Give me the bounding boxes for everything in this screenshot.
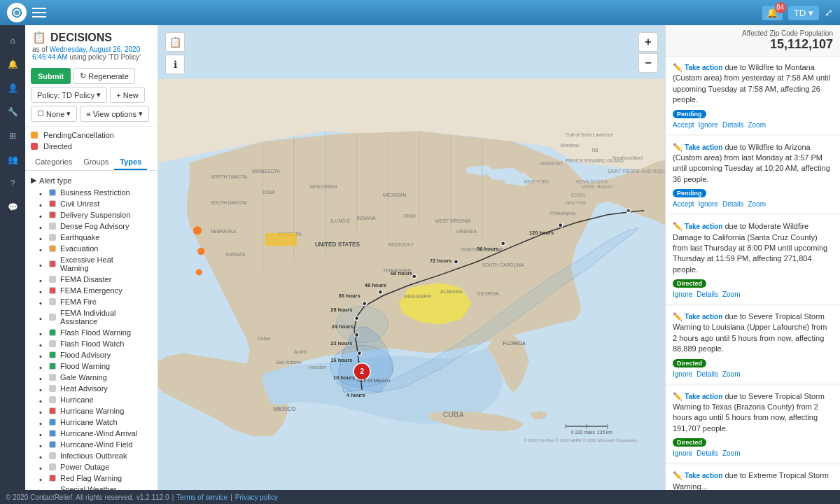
type-item[interactable]: • Civil Unrest <box>25 198 158 209</box>
type-item[interactable]: • Hurricane-Wind Field <box>25 439 158 450</box>
type-item[interactable]: • Red Flag Warning <box>25 472 158 484</box>
action-link-zoom[interactable]: Zoom <box>722 290 741 298</box>
privacy-link[interactable]: Privacy policy <box>235 493 278 501</box>
type-item[interactable]: • Hurricane <box>25 394 158 405</box>
regenerate-button[interactable]: ↻ Regenerate <box>74 68 135 84</box>
svg-text:KANSAS: KANSAS <box>226 253 246 258</box>
type-color-dot <box>49 200 56 207</box>
action-link-zoom[interactable]: Zoom <box>722 449 741 457</box>
map-area[interactable]: 2 4 hours 10 hours 16 hours 22 hours 24 … <box>158 25 665 490</box>
user-menu-button[interactable]: TD ▾ <box>788 6 819 20</box>
hamburger-icon[interactable] <box>32 6 46 20</box>
type-color-dot <box>49 298 56 305</box>
action-link-zoom[interactable]: Zoom <box>748 121 766 129</box>
type-item[interactable]: • Gale Warning <box>25 372 158 383</box>
action-link-ignore[interactable]: Ignore <box>673 449 692 457</box>
action-card-title: ✏️ Take action due to Severe Tropical St… <box>673 391 833 435</box>
type-item[interactable]: • Flood Advisory <box>25 349 158 360</box>
tos-link[interactable]: Terms of service <box>176 493 227 501</box>
take-action-link[interactable]: Take action <box>685 64 722 71</box>
type-item[interactable]: • Dense Fog Advisory <box>25 220 158 232</box>
type-label: Hurricane Warning <box>60 407 124 415</box>
action-link-details[interactable]: Details <box>722 121 744 129</box>
nav-grid-icon[interactable]: ⊞ <box>3 126 22 146</box>
svg-text:VERMONT: VERMONT <box>540 161 564 166</box>
type-item[interactable]: • Earthquake <box>25 232 158 243</box>
action-link-ignore[interactable]: Ignore <box>673 290 692 298</box>
action-link-details[interactable]: Details <box>722 200 744 208</box>
zoom-in-button[interactable]: + <box>638 32 658 52</box>
action-bar: Submit ↻ Regenerate Policy: TD Policy ▾ … <box>25 64 158 127</box>
type-item[interactable]: • FEMA Individual Assistance <box>25 307 158 327</box>
action-card: ✏️ Take action due to Severe Tropical St… <box>666 306 840 384</box>
type-color-dot <box>49 396 56 403</box>
submit-button[interactable]: Submit <box>31 68 71 84</box>
nav-tools-icon[interactable]: 🔧 <box>3 102 22 122</box>
type-item[interactable]: • Hurricane-Wind Arrival <box>25 428 158 439</box>
new-button[interactable]: + New <box>110 87 145 103</box>
action-link-ignore[interactable]: Ignore <box>699 200 718 208</box>
svg-text:Philadelphia: Philadelphia <box>550 211 576 216</box>
tab-types[interactable]: Types <box>114 155 147 170</box>
bullet-icon: • <box>39 363 45 369</box>
policy-button[interactable]: Policy: TD Policy ▾ <box>31 87 107 103</box>
action-link-accept[interactable]: Accept <box>673 200 694 208</box>
nav-help-icon[interactable]: ? <box>3 174 22 193</box>
type-item[interactable]: • Hurricane Watch <box>25 416 158 428</box>
svg-text:CUBA: CUBA <box>443 411 465 419</box>
nav-home-icon[interactable]: ⌂ <box>3 31 22 50</box>
types-header[interactable]: ▶ Alert type <box>25 174 158 187</box>
type-item[interactable]: • Evacuation <box>25 243 158 254</box>
type-item[interactable]: • Power Outage <box>25 461 158 472</box>
type-color-dot <box>49 419 56 426</box>
type-item[interactable]: • FEMA Disaster <box>25 274 158 285</box>
action-link-zoom[interactable]: Zoom <box>722 370 741 378</box>
take-action-link[interactable]: Take action <box>685 393 722 400</box>
svg-text:OHIO: OHIO <box>404 214 416 218</box>
type-label: FEMA Emergency <box>60 286 122 295</box>
type-item[interactable]: • Flash Flood Warning <box>25 327 158 338</box>
tab-groups[interactable]: Groups <box>78 155 114 170</box>
map-layer-button[interactable]: 📋 <box>165 32 185 52</box>
none-button[interactable]: ☐ None ▾ <box>31 106 77 122</box>
action-link-details[interactable]: Details <box>696 290 718 298</box>
type-item[interactable]: • Special Weather Statement <box>25 484 158 490</box>
action-link-accept[interactable]: Accept <box>673 121 694 129</box>
type-item[interactable]: • Business Restriction <box>25 187 158 198</box>
legend-items: PendingCancellation Directed <box>31 130 152 152</box>
bullet-icon: • <box>39 352 45 358</box>
action-link-details[interactable]: Details <box>696 449 718 457</box>
type-item[interactable]: • Hurricane Warning <box>25 405 158 416</box>
type-label: Gale Warning <box>60 373 107 382</box>
type-item[interactable]: • FEMA Emergency <box>25 285 158 296</box>
type-items-container: • Business Restriction • Civil Unrest • … <box>25 187 158 490</box>
type-item[interactable]: • Flash Flood Watch <box>25 338 158 349</box>
svg-text:36 hours: 36 hours <box>339 293 360 299</box>
take-action-link[interactable]: Take action <box>685 223 722 230</box>
action-link-ignore[interactable]: Ignore <box>673 370 692 378</box>
take-action-link[interactable]: Take action <box>685 472 722 479</box>
type-item[interactable]: • FEMA Fire <box>25 296 158 307</box>
nav-chat-icon[interactable]: 💬 <box>3 197 22 217</box>
nav-alerts-icon[interactable]: 🔔 <box>3 55 22 74</box>
type-item[interactable]: • Heat Advisory <box>25 383 158 394</box>
nav-team-icon[interactable]: 👥 <box>3 150 22 169</box>
type-item[interactable]: • Excessive Heat Warning <box>25 254 158 274</box>
notification-button[interactable]: 🔔 84 <box>762 6 783 20</box>
expand-button[interactable]: ⤢ <box>825 7 833 18</box>
bullet-icon: • <box>39 386 45 391</box>
type-item[interactable]: • Delivery Suspension <box>25 209 158 220</box>
map-info-button[interactable]: ℹ <box>165 55 185 74</box>
action-link-zoom[interactable]: Zoom <box>748 200 766 208</box>
action-link-details[interactable]: Details <box>696 370 718 378</box>
take-action-link[interactable]: Take action <box>685 313 722 321</box>
nav-people-icon[interactable]: 👤 <box>3 78 22 98</box>
zoom-out-button[interactable]: − <box>638 53 658 73</box>
view-options-button[interactable]: ≡ View options ▾ <box>80 106 149 122</box>
svg-point-12 <box>412 274 416 279</box>
action-link-ignore[interactable]: Ignore <box>699 121 718 129</box>
take-action-link[interactable]: Take action <box>685 144 722 151</box>
type-item[interactable]: • Infectious Outbreak <box>25 450 158 461</box>
type-item[interactable]: • Flood Warning <box>25 360 158 372</box>
tab-categories[interactable]: Categories <box>29 155 78 170</box>
